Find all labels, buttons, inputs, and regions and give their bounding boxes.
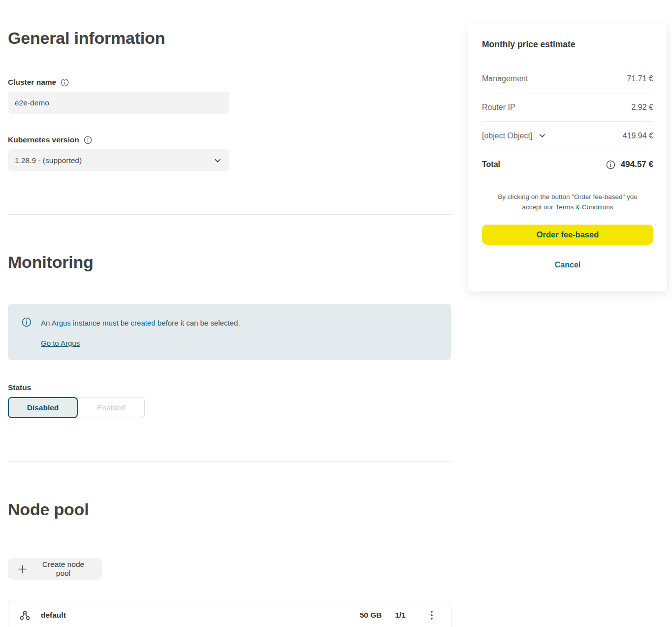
total-info-icon[interactable] [606,160,615,169]
kubernetes-version-info-icon[interactable] [84,136,92,144]
price-row-label: Management [482,74,528,83]
monthly-price-estimate-card: Monthly price estimate Management 71.71 … [468,24,667,292]
node-pool-menu-button[interactable] [426,609,437,621]
section-divider [8,462,451,462]
total-value: 494.57 € [621,160,653,169]
price-row-value: 419.94 € [623,132,653,140]
cancel-button[interactable]: Cancel [482,261,653,269]
disclaimer-line2-prefix: accept our [522,202,553,212]
cluster-name-label: Cluster name [8,78,56,87]
node-pool-availability: 1/1 [395,611,406,620]
cluster-name-input[interactable] [8,92,229,114]
alert-message: An Argus instance must be created before… [41,318,240,328]
node-pool-title: Node pool [8,499,89,519]
monitoring-title: Monitoring [8,252,94,272]
cluster-name-info-icon[interactable] [61,78,69,87]
kubernetes-version-select[interactable]: 1.28.9 - (supported) [8,149,229,171]
price-rows: Management 71.71 € Router IP 2.92 € [obj… [482,65,653,179]
section-divider [8,214,451,215]
expand-row-chevron-icon[interactable] [539,132,546,139]
order-fee-based-button[interactable]: Order fee-based [482,225,653,245]
order-disclaimer: By clicking on the button "Order fee-bas… [482,192,653,212]
price-card-title: Monthly price estimate [482,39,653,50]
disclaimer-line1: By clicking on the button "Order fee-bas… [482,192,653,202]
go-to-argus-link[interactable]: Go to Argus [41,339,80,347]
price-row-label: [object Object] [482,132,532,140]
create-node-pool-label: Create node pool [34,560,92,578]
node-pool-row: default 50 GB 1/1 [8,601,451,627]
price-row-router-ip: Router IP 2.92 € [482,93,653,122]
price-total-row: Total 494.57 € [482,150,653,179]
kubernetes-version-value: 1.28.9 - (supported) [15,156,82,165]
price-row-node-pools: [object Object] 419.94 € [482,122,653,150]
node-pool-icon [19,610,31,621]
node-pool-name: default [41,611,66,620]
total-label: Total [482,160,500,169]
price-row-value: 71.71 € [627,74,653,83]
price-row-value: 2.92 € [632,103,653,112]
status-option-enabled[interactable]: Enabled [75,397,145,418]
status-option-disabled[interactable]: Disabled [8,397,78,418]
general-information-title: General information [8,28,165,48]
price-row-management: Management 71.71 € [482,65,653,93]
status-label: Status [8,383,31,392]
kubernetes-version-label: Kubernetes version [8,135,79,144]
create-node-pool-button[interactable]: Create node pool [8,558,102,580]
price-row-label: Router IP [482,103,515,112]
plus-icon [18,564,27,574]
argus-info-alert: An Argus instance must be created before… [8,304,451,360]
node-pool-volume-size: 50 GB [360,611,382,620]
alert-info-icon [22,317,32,327]
chevron-down-icon [214,157,222,165]
terms-and-conditions-link[interactable]: Terms & Conditions [556,202,613,212]
status-toggle-group: Disabled Enabled [8,397,145,418]
